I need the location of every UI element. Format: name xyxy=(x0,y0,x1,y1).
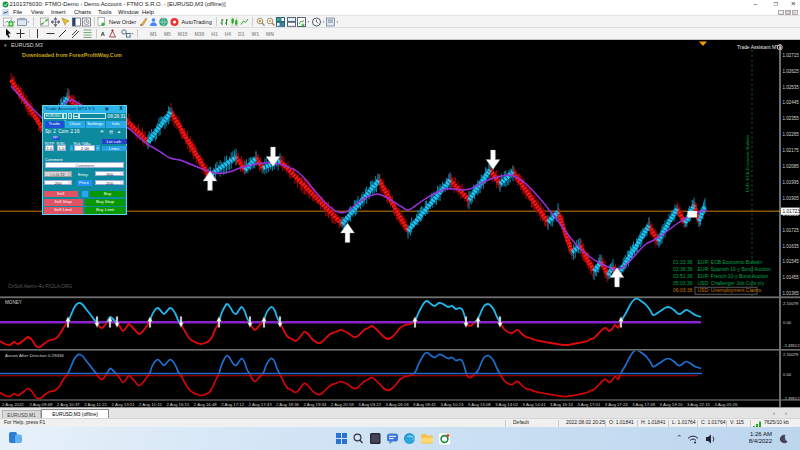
svg-text:1.02535: 1.02535 xyxy=(783,85,800,90)
svg-text:1.01455: 1.01455 xyxy=(783,275,800,280)
svg-text:-2.49512: -2.49512 xyxy=(783,343,800,348)
svg-text:EUR: Spanish 10-y Bond Auction: EUR: Spanish 10-y Bond Auction xyxy=(698,266,772,272)
svg-text:1.02625: 1.02625 xyxy=(783,69,800,74)
svg-text:03:51:36: 03:51:36 xyxy=(673,273,693,279)
svg-text:1.01635: 1.01635 xyxy=(783,244,800,249)
svg-text:1.02355: 1.02355 xyxy=(783,116,800,121)
svg-text:EUR: French 10-y Bond Auction: EUR: French 10-y Bond Auction xyxy=(698,273,769,279)
svg-text:1.01365: 1.01365 xyxy=(783,291,800,296)
svg-text:1.02445: 1.02445 xyxy=(783,100,800,105)
svg-text:Downloaded from ForexProfitWay: Downloaded from ForexProfitWay.Com xyxy=(22,52,122,58)
svg-text:01:33:36: 01:33:36 xyxy=(673,259,693,265)
svg-text:1.01545: 1.01545 xyxy=(783,259,800,264)
svg-text:USD: Unemployment Claims: USD: Unemployment Claims xyxy=(698,287,762,293)
svg-text:USD: Challenger Job Cuts y/y: USD: Challenger Job Cuts y/y xyxy=(698,280,765,286)
svg-text:05:03:36: 05:03:36 xyxy=(673,280,693,286)
svg-text:ÖzSoft Alemi~4u FX2LA.ORG: ÖzSoft Alemi~4u FX2LA.ORG xyxy=(8,283,72,289)
svg-text:2.10079: 2.10079 xyxy=(783,301,799,306)
svg-text:1.02715: 1.02715 xyxy=(783,53,800,58)
svg-text:MONEY: MONEY xyxy=(5,300,22,305)
svg-text:0.00: 0.00 xyxy=(783,372,792,377)
svg-text:06:03:36: 06:03:36 xyxy=(673,287,693,293)
svg-text:EUR: ECB Economic Bulletin: EUR: ECB Economic Bulletin xyxy=(698,259,763,265)
svg-text:EURUSD,M3: EURUSD,M3 xyxy=(11,42,43,48)
svg-text:1.01723: 1.01723 xyxy=(783,209,800,214)
svg-text:1.02265: 1.02265 xyxy=(783,132,800,137)
svg-text:0.00: 0.00 xyxy=(783,320,792,325)
svg-text:1.02085: 1.02085 xyxy=(783,164,800,169)
svg-text:2.10079: 2.10079 xyxy=(783,352,799,357)
svg-text:1.01905: 1.01905 xyxy=(783,196,800,201)
svg-text:Aurum After Direction 0.29494: Aurum After Direction 0.29494 xyxy=(5,353,64,358)
svg-text:1.01995: 1.01995 xyxy=(783,180,800,185)
svg-text:1.01725: 1.01725 xyxy=(783,228,800,233)
svg-text:EUR: ECB Economic Bulletin: EUR: ECB Economic Bulletin xyxy=(745,135,750,192)
svg-text:03:36:36: 03:36:36 xyxy=(673,266,693,272)
svg-text:1.02175: 1.02175 xyxy=(783,148,800,153)
svg-text:Trade Assistant MT4: Trade Assistant MT4 xyxy=(737,45,782,50)
